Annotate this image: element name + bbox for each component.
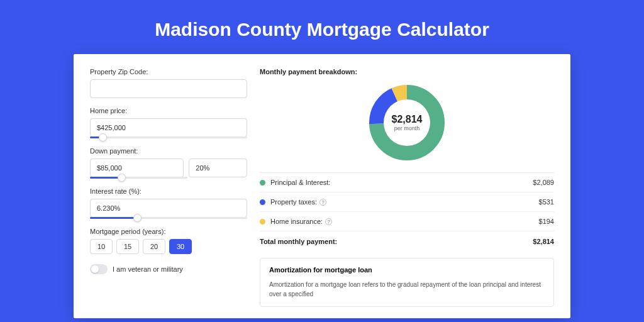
donut-sub: per month [394, 125, 420, 131]
legend-row-principal: Principal & Interest: $2,089 [260, 173, 554, 192]
page-title: Madison County Mortgage Calculator [0, 0, 644, 54]
legend-value: $531 [539, 198, 554, 206]
legend-label: Home insurance: ? [270, 218, 539, 225]
zip-label: Property Zip Code: [90, 68, 247, 75]
legend-row-insurance: Home insurance: ? $194 [260, 212, 554, 231]
total-row: Total monthly payment: $2,814 [260, 231, 554, 254]
legend-label: Principal & Interest: [270, 179, 533, 186]
donut-amount: $2,814 [392, 114, 423, 125]
interest-rate-field: Interest rate (%): [90, 187, 247, 219]
period-option-10[interactable]: 10 [90, 239, 113, 254]
breakdown-title: Monthly payment breakdown: [260, 68, 554, 75]
interest-rate-input[interactable] [90, 199, 247, 218]
zip-input[interactable] [90, 79, 247, 98]
amortization-box: Amortization for mortgage loan Amortizat… [260, 258, 554, 307]
amortization-title: Amortization for mortgage loan [269, 266, 545, 274]
input-column: Property Zip Code: Home price: Down paym… [90, 68, 247, 318]
veteran-label: I am veteran or military [113, 265, 183, 273]
interest-rate-label: Interest rate (%): [90, 187, 247, 195]
period-field: Mortgage period (years): 10 15 20 30 [90, 228, 247, 254]
calculator-card: Property Zip Code: Home price: Down paym… [74, 54, 570, 318]
legend-value: $194 [539, 218, 554, 225]
home-price-field: Home price: [90, 107, 247, 138]
down-payment-amount-input[interactable] [90, 158, 184, 177]
legend-dot [260, 180, 265, 186]
down-payment-pct-input[interactable] [189, 158, 247, 177]
legend-dot [260, 219, 265, 225]
breakdown-column: Monthly payment breakdown: $2,814 per mo… [260, 68, 554, 318]
total-label: Total monthly payment: [260, 238, 533, 245]
period-options: 10 15 20 30 [90, 239, 247, 254]
interest-rate-slider[interactable] [90, 217, 247, 219]
legend-row-taxes: Property taxes: ? $531 [260, 192, 554, 211]
legend-dot [260, 199, 265, 205]
period-label: Mortgage period (years): [90, 228, 247, 235]
donut-chart-wrap: $2,814 per month [260, 84, 554, 161]
legend-value: $2,089 [533, 179, 554, 186]
period-option-30[interactable]: 30 [169, 239, 192, 254]
amortization-text: Amortization for a mortgage loan refers … [269, 280, 545, 299]
zip-field: Property Zip Code: [90, 68, 247, 98]
down-payment-label: Down payment: [90, 147, 247, 155]
donut-center: $2,814 per month [384, 99, 430, 146]
veteran-toggle[interactable] [90, 264, 108, 274]
home-price-input[interactable] [90, 118, 247, 137]
home-price-slider[interactable] [90, 136, 247, 138]
down-payment-slider[interactable] [90, 177, 187, 179]
home-price-label: Home price: [90, 107, 247, 114]
donut-chart: $2,814 per month [369, 84, 445, 161]
down-payment-field: Down payment: [90, 147, 247, 179]
help-icon[interactable]: ? [325, 218, 332, 225]
veteran-toggle-row: I am veteran or military [90, 264, 247, 274]
legend-label: Property taxes: ? [270, 198, 539, 206]
period-option-15[interactable]: 15 [116, 239, 139, 254]
total-value: $2,814 [533, 238, 554, 245]
period-option-20[interactable]: 20 [143, 239, 165, 254]
help-icon[interactable]: ? [319, 199, 326, 206]
